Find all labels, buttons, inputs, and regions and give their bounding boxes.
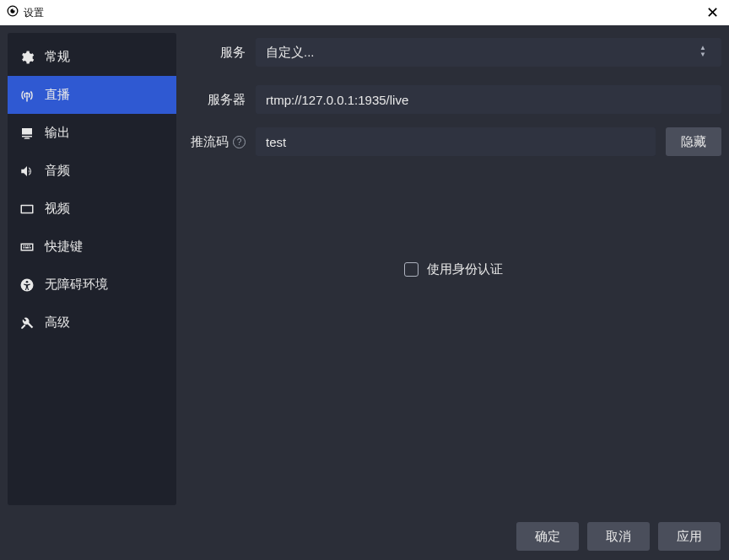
service-value: 自定义... — [266, 45, 315, 61]
close-button[interactable]: ✕ — [703, 3, 722, 22]
sidebar-item-video[interactable]: 视频 — [8, 190, 176, 228]
sidebar-item-output[interactable]: 输出 — [8, 114, 176, 152]
sidebar-item-accessibility[interactable]: 无障碍环境 — [8, 266, 176, 304]
server-label: 服务器 — [185, 92, 246, 108]
sidebar: 常规 直播 输出 音频 — [8, 33, 176, 505]
ok-button[interactable]: 确定 — [516, 522, 579, 551]
auth-label: 使用身份认证 — [427, 261, 503, 277]
server-input[interactable] — [256, 85, 721, 114]
sidebar-item-label: 常规 — [45, 49, 70, 65]
video-icon — [19, 202, 35, 217]
service-label: 服务 — [185, 45, 246, 61]
output-icon — [19, 126, 35, 141]
sidebar-item-label: 无障碍环境 — [45, 277, 108, 293]
sidebar-item-advanced[interactable]: 高级 — [8, 304, 176, 342]
antenna-icon — [19, 88, 35, 103]
service-row: 服务 自定义... ▲▼ — [185, 38, 721, 67]
streamkey-row: 推流码 ? 隐藏 — [185, 127, 721, 156]
streamkey-input[interactable] — [256, 127, 656, 156]
sidebar-item-stream[interactable]: 直播 — [8, 76, 176, 114]
svg-point-2 — [14, 8, 16, 11]
hide-button[interactable]: 隐藏 — [666, 127, 721, 156]
keyboard-icon — [19, 240, 35, 255]
service-select[interactable]: 自定义... ▲▼ — [256, 38, 721, 67]
svg-point-4 — [26, 280, 29, 283]
sidebar-item-label: 高级 — [45, 315, 70, 331]
sidebar-item-label: 直播 — [45, 87, 70, 103]
sidebar-item-label: 视频 — [45, 201, 70, 217]
cancel-button[interactable]: 取消 — [587, 522, 650, 551]
sidebar-item-label: 快捷键 — [45, 239, 83, 255]
content-panel: 服务 自定义... ▲▼ 服务器 推流码 ? 隐藏 — [185, 33, 721, 505]
auth-checkbox[interactable] — [404, 262, 418, 277]
app-icon — [7, 5, 19, 20]
sidebar-item-audio[interactable]: 音频 — [8, 152, 176, 190]
accessibility-icon — [19, 277, 35, 293]
footer: 确定 取消 应用 — [0, 513, 729, 560]
help-icon[interactable]: ? — [233, 136, 246, 148]
sidebar-item-hotkeys[interactable]: 快捷键 — [8, 228, 176, 266]
streamkey-label-text: 推流码 — [191, 134, 229, 150]
titlebar-left: 设置 — [7, 5, 44, 20]
server-row: 服务器 — [185, 85, 721, 114]
sidebar-item-label: 音频 — [45, 163, 70, 179]
titlebar: 设置 ✕ — [0, 0, 729, 25]
auth-row: 使用身份认证 — [185, 261, 721, 277]
audio-icon — [19, 164, 35, 179]
window-title: 设置 — [24, 6, 44, 20]
sidebar-item-general[interactable]: 常规 — [8, 38, 176, 76]
main-panel: 常规 直播 输出 音频 — [0, 25, 729, 560]
tools-icon — [19, 315, 35, 331]
select-spinner-icon: ▲▼ — [694, 46, 711, 59]
streamkey-label: 推流码 ? — [185, 134, 246, 150]
apply-button[interactable]: 应用 — [658, 522, 721, 551]
gear-icon — [19, 50, 35, 65]
sidebar-item-label: 输出 — [45, 125, 70, 141]
body: 常规 直播 输出 音频 — [0, 25, 729, 513]
